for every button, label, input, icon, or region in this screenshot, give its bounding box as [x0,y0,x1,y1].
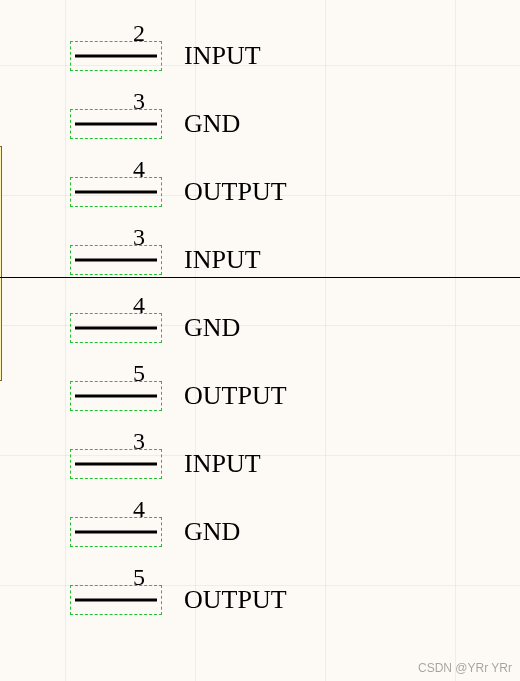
pin-row: 5OUTPUT [70,374,287,418]
pin-label: OUTPUT [184,585,287,615]
pin-row: 3GND [70,102,240,146]
pin-symbol[interactable]: 2 [70,41,162,71]
pin-row: 4GND [70,306,240,350]
pin-lead-line [75,191,157,194]
pin-lead-line [75,123,157,126]
pin-number: 2 [133,20,145,47]
pin-symbol[interactable]: 5 [70,585,162,615]
pin-number: 3 [133,224,145,251]
pin-number: 4 [133,156,145,183]
pin-label: INPUT [184,41,261,71]
pin-number: 5 [133,360,145,387]
pin-lead-line [75,395,157,398]
pin-row: 3INPUT [70,238,261,282]
pin-number: 3 [133,88,145,115]
pin-label: INPUT [184,245,261,275]
pin-symbol[interactable]: 3 [70,449,162,479]
component-body-edge [0,146,2,381]
pin-label: GND [184,313,240,343]
pin-lead-line [75,463,157,466]
pin-row: 5OUTPUT [70,578,287,622]
pin-number: 4 [133,292,145,319]
pin-lead-line [75,531,157,534]
pin-number: 3 [133,428,145,455]
pin-row: 4GND [70,510,240,554]
pin-number: 4 [133,496,145,523]
pin-row: 2INPUT [70,34,261,78]
pin-symbol[interactable]: 4 [70,177,162,207]
pin-number: 5 [133,564,145,591]
pin-row: 3INPUT [70,442,261,486]
pin-label: GND [184,109,240,139]
pin-symbol[interactable]: 3 [70,109,162,139]
pin-lead-line [75,327,157,330]
pin-label: OUTPUT [184,381,287,411]
pin-label: INPUT [184,449,261,479]
pin-symbol[interactable]: 4 [70,313,162,343]
pin-label: OUTPUT [184,177,287,207]
pin-lead-line [75,599,157,602]
pin-lead-line [75,55,157,58]
pin-symbol[interactable]: 3 [70,245,162,275]
watermark: CSDN @YRr YRr [418,661,512,675]
pin-row: 4OUTPUT [70,170,287,214]
pin-symbol[interactable]: 4 [70,517,162,547]
pin-lead-line [75,259,157,262]
pin-symbol[interactable]: 5 [70,381,162,411]
pin-label: GND [184,517,240,547]
